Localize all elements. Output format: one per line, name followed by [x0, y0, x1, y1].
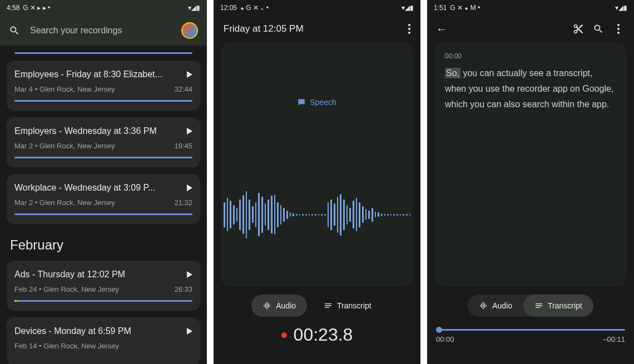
search-bar[interactable]: Search your recordings — [0, 16, 207, 46]
recording-timer-row: 00:23.8 — [214, 325, 420, 345]
recording-duration: 21:32 — [174, 198, 192, 207]
transcript-header: ← — [427, 16, 634, 42]
recording-meta: Feb 14 • Glen Rock, New Jersey — [14, 342, 119, 350]
month-divider: February — [7, 231, 200, 261]
waveform-panel: Speech — [221, 42, 413, 287]
play-icon[interactable] — [187, 128, 192, 134]
transcript-highlight: So, — [445, 68, 460, 78]
search-placeholder: Search your recordings — [30, 26, 171, 36]
status-icon: G ✕ ▸ ▸ • — [23, 4, 50, 12]
audio-icon — [262, 301, 271, 310]
scrub-labels: 00:00 –00:11 — [436, 335, 625, 343]
progress-bar — [14, 157, 192, 158]
recording-meta: Feb 24 • Glen Rock, New Jersey — [14, 285, 119, 293]
wifi-icon: ▾◢▮ — [402, 4, 414, 12]
scrub-bar[interactable] — [436, 329, 625, 331]
recording-timer: 00:23.8 — [294, 325, 353, 345]
status-time: 4:58 — [7, 4, 19, 12]
play-icon[interactable] — [187, 185, 192, 191]
transcript-tab[interactable]: Transcript — [523, 295, 593, 317]
recording-card[interactable]: Employers - Wednesday at 3:36 PM Mar 2 •… — [7, 117, 200, 167]
search-icon — [9, 25, 20, 36]
wifi-icon: ▾◢▮ — [188, 4, 200, 12]
recording-title: Devices - Monday at 6:59 PM — [14, 326, 131, 336]
recording-meta: Mar 2 • Glen Rock, New Jersey — [14, 198, 115, 207]
transcript-screen: 1:51 G ✕ ⬥ M • ▾◢▮ ← 00:00 So, you can a… — [427, 0, 634, 364]
more-icon[interactable] — [408, 24, 410, 34]
transcript-timestamp: 00:00 — [445, 52, 616, 60]
wifi-icon: ▾◢▮ — [615, 4, 627, 12]
status-time: 12:05 — [220, 4, 237, 12]
status-icon: G ✕ ⬥ M • — [450, 4, 480, 12]
recording-duration: 26:33 — [174, 285, 192, 293]
scrub-thumb[interactable] — [436, 327, 442, 333]
transcript-icon — [324, 301, 333, 310]
play-icon[interactable] — [187, 71, 192, 78]
status-bar: 12:05 ⬥ G ✕ ▸ • ▾◢▮ — [214, 0, 420, 16]
recording-duration: 32:44 — [174, 85, 192, 93]
status-bar: 1:51 G ✕ ⬥ M • ▾◢▮ — [427, 0, 634, 16]
progress-bar — [14, 300, 192, 302]
recording-header: Friday at 12:05 PM — [214, 16, 420, 42]
view-toggle: Audio Transcript — [468, 295, 593, 317]
search-icon[interactable] — [592, 22, 605, 36]
progress-bar — [14, 213, 192, 215]
recording-title: Employers - Wednesday at 3:36 PM — [14, 126, 157, 136]
more-icon[interactable] — [612, 22, 625, 36]
profile-avatar[interactable] — [181, 22, 198, 39]
scissors-icon[interactable] — [572, 22, 585, 36]
waveform — [221, 181, 413, 248]
speech-badge: Speech — [298, 98, 336, 107]
view-toggle: Audio Transcript — [251, 295, 383, 317]
status-time: 1:51 — [434, 4, 447, 12]
speech-icon — [298, 98, 305, 106]
back-icon[interactable]: ← — [436, 23, 447, 36]
audio-tab[interactable]: Audio — [251, 295, 307, 317]
recording-dot-icon — [281, 332, 287, 338]
progress-bar — [14, 100, 192, 102]
audio-icon — [479, 301, 488, 310]
recording-card[interactable]: Devices - Monday at 6:59 PM Feb 14 • Gle… — [7, 317, 200, 364]
recording-card-partial[interactable] — [7, 50, 200, 54]
transcript-text: So, you can actually see a transcript, w… — [445, 66, 616, 112]
recordings-list-screen: 4:58 G ✕ ▸ ▸ • ▾◢▮ Search your recording… — [0, 0, 207, 364]
recording-card[interactable]: Workplace - Wednesday at 3:09 P... Mar 2… — [7, 174, 200, 224]
recording-title: Friday at 12:05 PM — [224, 23, 304, 34]
transcript-panel: 00:00 So, you can actually see a transcr… — [435, 42, 626, 287]
time-end: –00:11 — [603, 335, 625, 343]
recordings-list: Employees - Friday at 8:30 Elizabet... M… — [0, 46, 207, 364]
transcript-icon — [534, 301, 543, 310]
recording-card[interactable]: Ads - Thursday at 12:02 PM Feb 24 • Glen… — [7, 261, 200, 311]
recording-duration: 19:45 — [174, 142, 192, 150]
status-bar: 4:58 G ✕ ▸ ▸ • ▾◢▮ — [0, 0, 207, 16]
status-icon: ⬥ G ✕ ▸ • — [240, 4, 269, 12]
recording-title: Workplace - Wednesday at 3:09 P... — [14, 183, 155, 193]
recording-card[interactable]: Employees - Friday at 8:30 Elizabet... M… — [7, 61, 200, 111]
transcript-tab[interactable]: Transcript — [313, 295, 383, 317]
audio-tab[interactable]: Audio — [468, 295, 523, 317]
scrub-bar-area: 00:00 –00:11 — [427, 325, 634, 348]
recording-meta: Mar 4 • Glen Rock, New Jersey — [14, 85, 115, 93]
recording-screen: 12:05 ⬥ G ✕ ▸ • ▾◢▮ Friday at 12:05 PM S… — [214, 0, 420, 364]
play-icon[interactable] — [187, 271, 192, 278]
recording-title: Ads - Thursday at 12:02 PM — [14, 270, 125, 280]
time-start: 00:00 — [436, 335, 454, 343]
recording-title: Employees - Friday at 8:30 Elizabet... — [14, 69, 162, 79]
play-icon[interactable] — [187, 328, 192, 335]
recording-meta: Mar 2 • Glen Rock, New Jersey — [14, 142, 115, 150]
